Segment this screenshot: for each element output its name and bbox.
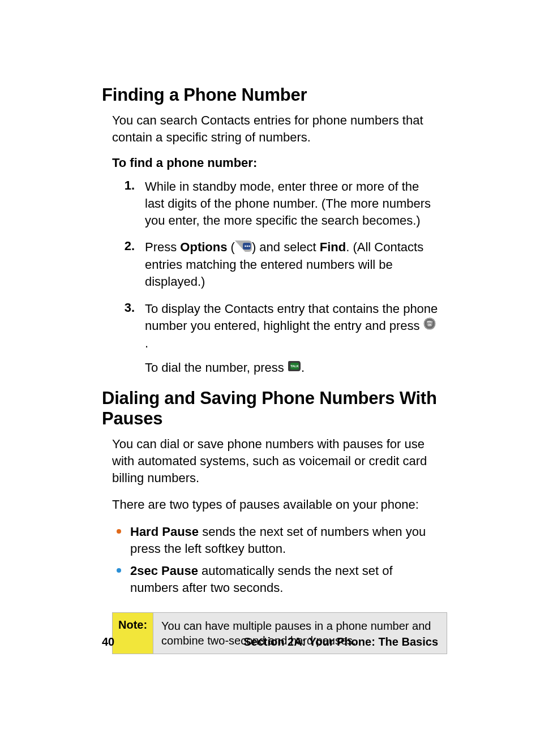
bullet-hard-pause: Hard Pause sends the next set of numbers… [112, 523, 438, 557]
step-3-num: 3. [112, 300, 135, 315]
svg-text:MENU: MENU [427, 321, 432, 323]
para-finding-intro: You can search Contacts entries for phon… [112, 112, 438, 145]
heading-pauses: Dialing and Saving Phone Numbers With Pa… [102, 388, 438, 429]
ok-button-icon: MENUOK [423, 317, 436, 334]
svg-text:OK: OK [427, 323, 432, 326]
step-2-mid: ( [227, 240, 234, 254]
step-2-bold2: Find [320, 240, 346, 254]
para-pauses-intro: You can dial or save phone numbers with … [112, 436, 438, 486]
step-3-line1-pre: To display the Contacts entry that conta… [145, 302, 438, 333]
step-3-line2-post: . [301, 360, 305, 375]
section-ref: Section 2A: Your Phone: The Basics [243, 635, 438, 648]
step-2-post-icon: ) and select [252, 240, 320, 254]
bullets-pauses: Hard Pause sends the next set of numbers… [112, 523, 438, 596]
bullet-2sec-pause: 2sec Pause automatically sends the next … [112, 562, 438, 596]
page-content: Finding a Phone Number You can search Co… [0, 0, 540, 756]
svg-point-2 [247, 245, 248, 247]
bullet-2sec-pause-body: 2sec Pause automatically sends the next … [130, 562, 438, 596]
step-1-body: While in standby mode, enter three or mo… [145, 178, 438, 229]
bullet-hard-pause-bold: Hard Pause [130, 525, 199, 539]
step-1-num: 1. [112, 178, 135, 193]
svg-point-3 [248, 245, 250, 247]
task-label-finding: To find a phone number: [112, 156, 438, 170]
bullet-dot-icon [117, 568, 121, 573]
svg-text:TALK: TALK [290, 364, 298, 368]
step-3-body: To display the Contacts entry that conta… [145, 300, 438, 377]
step-2-body: Press Options () and select Find. (All C… [145, 239, 438, 290]
talk-button-icon: TALK [288, 360, 301, 377]
step-2-num: 2. [112, 239, 135, 254]
softkey-icon [235, 239, 252, 256]
step-2: 2. Press Options () and select Find. (Al… [112, 239, 438, 290]
heading-finding: Finding a Phone Number [102, 85, 438, 105]
page-footer: 40 Section 2A: Your Phone: The Basics [102, 635, 438, 648]
bullet-hard-pause-body: Hard Pause sends the next set of numbers… [130, 523, 438, 557]
bullet-dot-icon [117, 529, 121, 534]
step-2-bold1: Options [180, 240, 227, 254]
step-1: 1. While in standby mode, enter three or… [112, 178, 438, 229]
step-3-line1-post: . [145, 336, 148, 350]
para-pauses-lead: There are two types of pauses available … [112, 496, 438, 513]
svg-point-1 [245, 245, 246, 247]
step-3-line2: To dial the number, press TALK. [145, 359, 438, 377]
step-3-line2-pre: To dial the number, press [145, 360, 288, 375]
step-3: 3. To display the Contacts entry that co… [112, 300, 438, 377]
steps-finding: 1. While in standby mode, enter three or… [112, 178, 438, 377]
step-2-pre: Press [145, 240, 180, 254]
bullet-2sec-pause-bold: 2sec Pause [130, 564, 198, 578]
page-number: 40 [102, 635, 114, 648]
